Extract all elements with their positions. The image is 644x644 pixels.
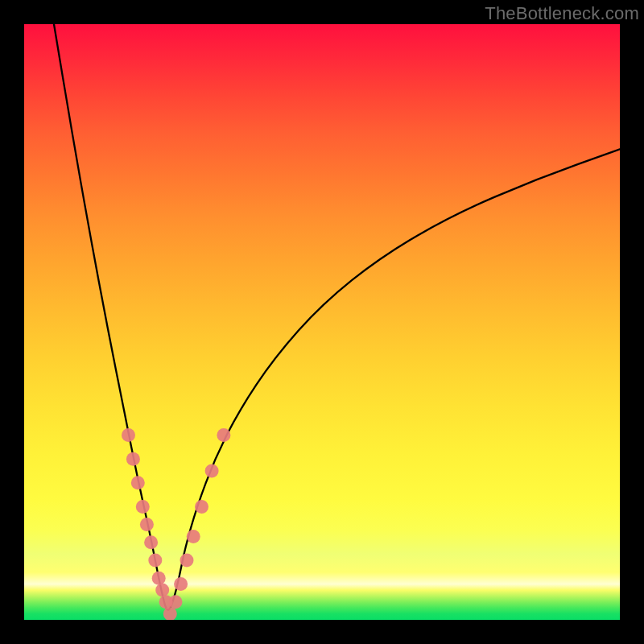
sample-point [148,554,162,568]
sample-point [131,476,145,489]
sample-point [122,428,135,442]
curve-path [54,24,620,610]
sample-point [144,535,158,549]
sample-point [126,452,140,466]
sample-point [205,464,219,478]
sample-point [187,530,200,543]
watermark-text: TheBottleneck.com [485,3,639,24]
sample-point [163,607,177,620]
chart-svg [24,24,620,620]
sample-point [195,500,208,514]
sample-point [152,572,166,585]
sample-point [180,554,194,568]
sample-point [136,500,150,514]
sample-point [140,518,154,531]
sample-point [155,584,169,597]
curve-path-group [54,24,620,610]
sample-point [169,595,183,609]
chart-frame: TheBottleneck.com [0,0,644,644]
sample-point [217,428,230,442]
plot-area [24,24,620,620]
sample-point [174,577,188,591]
